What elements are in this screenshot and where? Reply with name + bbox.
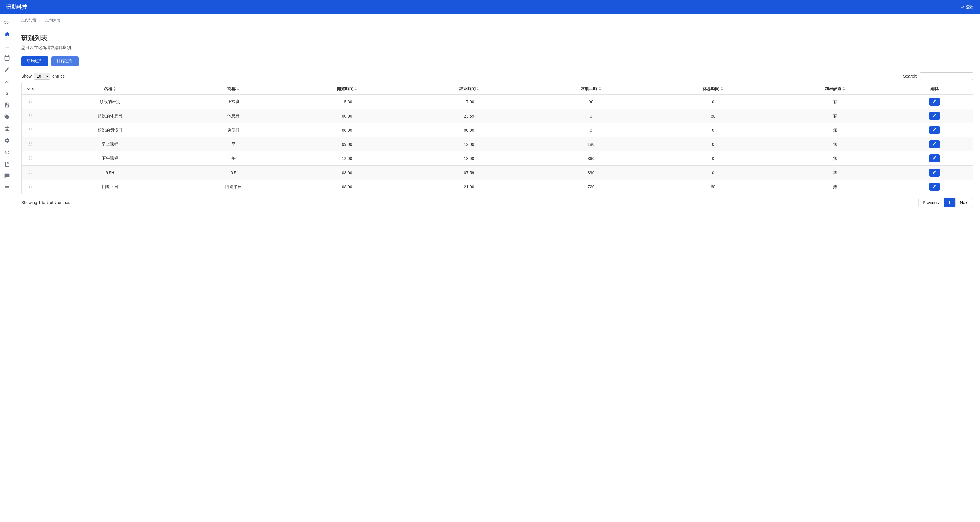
cell-edit (896, 109, 973, 123)
table-row: ⠿ 早上課程 早 09:00 12:00 180 0 無 (22, 137, 973, 151)
cell-name: 下午課程 (39, 151, 181, 166)
sidebar-item-dollar[interactable] (2, 88, 13, 98)
cell-end: 17:00 (408, 95, 530, 109)
previous-button[interactable]: Previous (918, 198, 943, 207)
cell-regular: 0 (530, 109, 652, 123)
sidebar-item-list[interactable] (2, 41, 13, 51)
pagination: Previous 1 Next (918, 198, 973, 207)
sidebar-item-chart[interactable] (2, 76, 13, 87)
breadcrumb-separator: / (40, 18, 41, 22)
drag-handle[interactable]: ⠿ (29, 127, 32, 133)
cell-abbr: 四週平日 (181, 180, 286, 194)
edit-button-3[interactable] (929, 140, 940, 148)
cell-edit (896, 166, 973, 180)
th-overtime[interactable]: 加班設置 ▲▼ (774, 83, 896, 95)
cell-edit (896, 95, 973, 109)
cell-overtime: 有 (774, 109, 896, 123)
cell-name: 四週平日 (39, 180, 181, 194)
drag-handle[interactable]: ⠿ (29, 99, 32, 104)
cell-start: 08:00 (286, 180, 408, 194)
th-regular[interactable]: 常規工時 ▲▼ (530, 83, 652, 95)
table-row: ⠿ 6.5H 6.5 08:00 07:59 390 0 無 (22, 166, 973, 180)
drag-cell: ⠿ (22, 166, 39, 180)
showing-text: Showing 1 to 7 of 7 entries (21, 200, 70, 205)
sidebar-item-tag[interactable] (2, 112, 13, 122)
cell-edit (896, 151, 973, 166)
th-edit: 編輯 (896, 83, 973, 95)
sidebar-item-chat[interactable] (2, 171, 13, 181)
cell-name: 6.5H (39, 166, 181, 180)
sidebar-item-document[interactable] (2, 159, 13, 170)
cell-overtime: 有 (774, 95, 896, 109)
add-shift-button[interactable]: 新增班別 (21, 56, 48, 67)
cell-end: 07:59 (408, 166, 530, 180)
edit-button-6[interactable] (929, 183, 940, 191)
breadcrumb: 班段設置 / 班別列表 (14, 14, 980, 27)
cell-abbr: 早 (181, 137, 286, 151)
cell-break: 0 (652, 95, 774, 109)
cell-end: 23:59 (408, 109, 530, 123)
drag-cell: ⠿ (22, 137, 39, 151)
sidebar-item-home[interactable] (2, 29, 13, 40)
drag-handle[interactable]: ⠿ (29, 142, 32, 147)
page-1-button[interactable]: 1 (943, 198, 955, 207)
drag-handle[interactable]: ⠿ (29, 113, 32, 118)
sidebar-collapse[interactable]: ≫ (2, 17, 13, 28)
cell-break: 0 (652, 123, 774, 137)
breadcrumb-parent[interactable]: 班段設置 (21, 18, 37, 22)
drag-cell: ⠿ (22, 95, 39, 109)
search-input[interactable] (920, 72, 973, 80)
sidebar-item-report[interactable] (2, 100, 13, 110)
cell-edit (896, 137, 973, 151)
sidebar: ≫ (0, 14, 14, 522)
table-row: ⠿ 四週平日 四週平日 08:00 21:00 720 60 無 (22, 180, 973, 194)
cell-start: 09:00 (286, 137, 408, 151)
cell-regular: 180 (530, 137, 652, 151)
edit-button-0[interactable] (929, 98, 940, 106)
sidebar-item-calendar[interactable] (2, 52, 13, 63)
sort-shift-button[interactable]: 排序班別 (51, 56, 79, 67)
action-buttons: 新增班別 排序班別 (21, 56, 973, 67)
sidebar-item-diamond[interactable] (2, 124, 13, 134)
search-label: Search: (903, 74, 917, 79)
edit-button-2[interactable] (929, 126, 940, 134)
cell-name: 早上課程 (39, 137, 181, 151)
cell-abbr: 6.5 (181, 166, 286, 180)
edit-button-1[interactable] (929, 112, 940, 120)
cell-end: 12:00 (408, 137, 530, 151)
cell-regular: 360 (530, 151, 652, 166)
cell-break: 0 (652, 137, 774, 151)
top-nav: 研勤科技 ⇨ 登出 (0, 0, 980, 14)
cell-name: 預設的班別 (39, 95, 181, 109)
cell-start: 12:00 (286, 151, 408, 166)
th-name[interactable]: 名稱 ▲▼ (39, 83, 181, 95)
sidebar-item-code[interactable] (2, 147, 13, 158)
th-abbr[interactable]: 簡稱 ▲▼ (181, 83, 286, 95)
drag-handle[interactable]: ⠿ (29, 184, 32, 189)
th-end[interactable]: 結束時間 ▲▼ (408, 83, 530, 95)
th-break[interactable]: 休息時間 ▲▼ (652, 83, 774, 95)
drag-cell: ⠿ (22, 151, 39, 166)
sidebar-item-edit[interactable] (2, 64, 13, 75)
sidebar-item-more[interactable] (2, 182, 13, 193)
show-label: Show (21, 74, 32, 79)
th-start[interactable]: 開始時間 ▲▼ (286, 83, 408, 95)
drag-handle[interactable]: ⠿ (29, 156, 32, 161)
edit-button-4[interactable] (929, 154, 940, 162)
drag-cell: ⠿ (22, 109, 39, 123)
cell-overtime: 無 (774, 180, 896, 194)
entries-select[interactable]: 10 25 50 100 (34, 73, 50, 80)
next-button[interactable]: Next (956, 198, 973, 207)
app-title: 研勤科技 (6, 3, 27, 11)
page-title: 班別列表 (21, 34, 973, 43)
cell-overtime: 無 (774, 137, 896, 151)
sidebar-item-settings[interactable] (2, 135, 13, 146)
cell-edit (896, 123, 973, 137)
cell-end: 18:00 (408, 151, 530, 166)
logout-button[interactable]: ⇨ 登出 (961, 5, 974, 10)
drag-handle[interactable]: ⠿ (29, 170, 32, 175)
drag-cell: ⠿ (22, 123, 39, 137)
edit-button-5[interactable] (929, 168, 940, 176)
cell-overtime: 無 (774, 166, 896, 180)
entries-label: entries (52, 74, 65, 79)
